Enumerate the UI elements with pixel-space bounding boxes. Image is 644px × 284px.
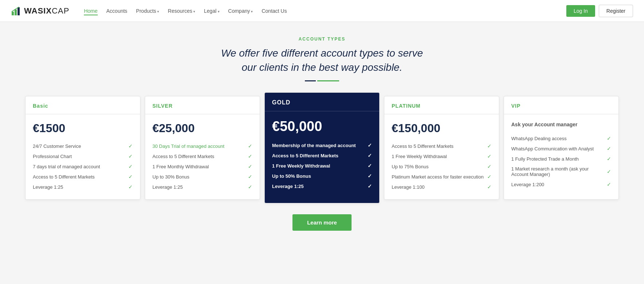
nav-item-resources[interactable]: Resources▾ <box>168 8 195 14</box>
logo[interactable]: WASIXCAP <box>11 5 69 17</box>
check-icon: ✓ <box>248 174 252 180</box>
card-platinum-tier: PLATINUM <box>392 103 492 109</box>
check-icon: ✓ <box>128 143 133 149</box>
list-item: WhatsApp Communication with Analyst✓ <box>511 143 611 154</box>
check-icon: ✓ <box>128 164 133 169</box>
login-button[interactable]: Log In <box>566 5 595 17</box>
check-icon: ✓ <box>248 164 252 169</box>
card-vip-text: Ask your Account manager <box>511 122 611 127</box>
navbar: WASIXCAP Home Accounts Products▾ Resourc… <box>0 0 644 22</box>
nav-link-accounts[interactable]: Accounts <box>106 8 128 14</box>
list-item: Up to 75% Bonus✓ <box>392 161 492 172</box>
card-platinum-body: €150,000 Access to 5 Different Markets✓ … <box>384 114 499 199</box>
card-platinum-header: PLATINUM <box>384 96 499 114</box>
card-vip-tier: VIP <box>511 103 611 109</box>
check-icon: ✓ <box>248 153 252 159</box>
list-item: Leverage 1:25✓ <box>152 182 252 192</box>
check-icon: ✓ <box>128 174 133 180</box>
card-vip-features: WhatsApp Dealing access✓ WhatsApp Commun… <box>511 133 611 189</box>
check-icon: ✓ <box>368 142 372 148</box>
check-icon: ✓ <box>487 174 492 180</box>
nav-item-accounts[interactable]: Accounts <box>106 8 128 14</box>
check-icon: ✓ <box>487 184 492 190</box>
svg-rect-2 <box>18 7 20 15</box>
nav-item-contact[interactable]: Contact Us <box>261 8 287 14</box>
check-icon: ✓ <box>128 153 133 159</box>
section-title: We offer five different account types to… <box>213 46 431 74</box>
nav-link-resources[interactable]: Resources▾ <box>168 8 195 14</box>
check-icon: ✓ <box>607 146 611 151</box>
card-basic-body: €1500 24/7 Customer Service✓ Professiona… <box>26 114 140 199</box>
card-gold-header: GOLD <box>265 93 379 111</box>
card-basic-features: 24/7 Customer Service✓ Professional Char… <box>33 141 133 192</box>
check-icon: ✓ <box>368 173 372 179</box>
cards-grid: Basic €1500 24/7 Customer Service✓ Profe… <box>23 96 621 200</box>
resources-dropdown-arrow: ▾ <box>193 9 195 14</box>
card-silver-features: 30 Days Trial of managed account✓ Access… <box>152 141 252 192</box>
nav-item-company[interactable]: Company▾ <box>228 8 253 14</box>
card-gold: GOLD €50,000 Membership of the managed a… <box>264 92 380 203</box>
check-icon: ✓ <box>607 156 611 162</box>
logo-cap: CAP <box>52 6 69 16</box>
divider-dark <box>305 80 316 81</box>
check-icon: ✓ <box>368 183 372 189</box>
nav-item-legal[interactable]: Legal▾ <box>204 8 219 14</box>
list-item: 1 Market research a month (ask your Acco… <box>511 164 611 179</box>
list-item: Up to 30% Bonus✓ <box>152 172 252 182</box>
card-basic-tier: Basic <box>33 103 133 109</box>
card-platinum-price: €150,000 <box>392 122 492 135</box>
list-item: 1 Free Weekly Withdrawal✓ <box>272 161 372 171</box>
card-basic-header: Basic <box>26 96 140 114</box>
nav-item-products[interactable]: Products▾ <box>136 8 159 14</box>
list-item: Access to 5 Different Markets✓ <box>272 150 372 161</box>
list-item: WhatsApp Dealing access✓ <box>511 133 611 143</box>
check-icon: ✓ <box>487 143 492 149</box>
list-item: Membership of the managed account✓ <box>272 140 372 150</box>
check-icon: ✓ <box>248 184 252 190</box>
nav-link-products[interactable]: Products▾ <box>136 8 159 14</box>
main-content: ACCOUNT TYPES We offer five different ac… <box>12 22 632 253</box>
check-icon: ✓ <box>607 169 611 174</box>
nav-link-company[interactable]: Company▾ <box>228 8 253 14</box>
card-gold-body: €50,000 Membership of the managed accoun… <box>265 111 379 203</box>
check-icon: ✓ <box>487 153 492 159</box>
learn-more-button[interactable]: Learn more <box>292 214 352 231</box>
register-button[interactable]: Register <box>599 5 633 17</box>
nav-right: Log In Register <box>566 5 633 17</box>
nav-link-contact[interactable]: Contact Us <box>261 8 287 14</box>
list-item: Leverage 1:25✓ <box>272 181 372 191</box>
card-gold-features: Membership of the managed account✓ Acces… <box>272 140 372 191</box>
list-item: Access to 5 Different Markets✓ <box>152 151 252 161</box>
list-item: Leverage 1:200✓ <box>511 179 611 189</box>
list-item: 1 Free Weekly Withdrawal✓ <box>392 151 492 161</box>
card-silver-price: €25,000 <box>152 122 252 135</box>
card-vip: VIP Ask your Account manager WhatsApp De… <box>504 96 619 200</box>
nav-link-legal[interactable]: Legal▾ <box>204 8 219 14</box>
card-basic: Basic €1500 24/7 Customer Service✓ Profe… <box>25 96 140 200</box>
legal-dropdown-arrow: ▾ <box>218 9 220 14</box>
card-silver-tier: SILVER <box>152 103 252 109</box>
card-gold-tier: GOLD <box>272 99 372 106</box>
learn-more-wrap: Learn more <box>23 214 621 231</box>
nav-links: Home Accounts Products▾ Resources▾ Legal… <box>84 8 566 14</box>
list-item: 30 Days Trial of managed account✓ <box>152 141 252 151</box>
card-platinum: PLATINUM €150,000 Access to 5 Different … <box>384 96 499 200</box>
section-label: ACCOUNT TYPES <box>23 37 621 42</box>
list-item: 7 days trial of managed account✓ <box>33 161 133 172</box>
list-item: Professional Chart✓ <box>33 151 133 161</box>
svg-rect-1 <box>15 9 17 15</box>
nav-item-home[interactable]: Home <box>84 8 97 14</box>
svg-rect-0 <box>12 12 14 15</box>
card-silver: SILVER €25,000 30 Days Trial of managed … <box>145 96 260 200</box>
card-gold-price: €50,000 <box>272 119 372 134</box>
list-item: Access to 5 Different Markets✓ <box>392 141 492 151</box>
card-silver-body: €25,000 30 Days Trial of managed account… <box>145 114 260 199</box>
card-platinum-features: Access to 5 Different Markets✓ 1 Free We… <box>392 141 492 192</box>
section-header: ACCOUNT TYPES We offer five different ac… <box>23 37 621 81</box>
list-item: Up to 50% Bonus✓ <box>272 171 372 181</box>
check-icon: ✓ <box>607 135 611 141</box>
list-item: Access to 5 Different Markets✓ <box>33 172 133 182</box>
list-item: 1 Free Monthly Withdrawal✓ <box>152 161 252 172</box>
nav-link-home[interactable]: Home <box>84 8 97 15</box>
check-icon: ✓ <box>128 184 133 190</box>
